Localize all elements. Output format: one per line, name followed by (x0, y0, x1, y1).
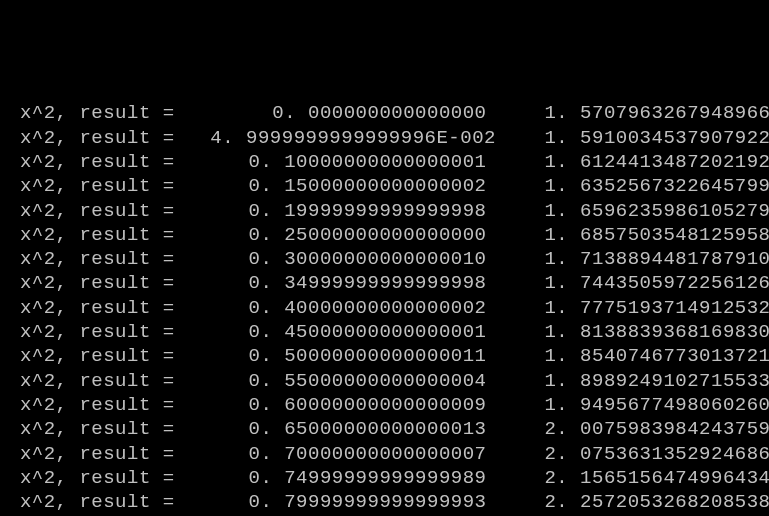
x-squared-value: 0. 19999999999999998 (187, 199, 487, 223)
output-row: x^2, result = 0. 550000000000000041. 898… (8, 369, 761, 393)
x-squared-value: 0. 34999999999999998 (187, 271, 487, 295)
result-value: 1. 6596235986105279 (491, 199, 769, 223)
result-value: 1. 7775193714912532 (491, 296, 769, 320)
row-label: x^2, result = (8, 223, 187, 247)
output-row: x^2, result = 0. 199999999999999981. 659… (8, 199, 761, 223)
result-value: 1. 9495677498060260 (491, 393, 769, 417)
x-squared-value: 0. 60000000000000009 (187, 393, 487, 417)
row-label: x^2, result = (8, 126, 187, 150)
output-row: x^2, result = 0. 300000000000000101. 713… (8, 247, 761, 271)
x-squared-value: 4. 9999999999999996E-002 (187, 126, 487, 150)
result-value: 1. 5910034537907922 (491, 126, 769, 150)
x-squared-value: 0. 40000000000000002 (187, 296, 487, 320)
output-row: x^2, result = 4. 9999999999999996E-0021.… (8, 126, 761, 150)
output-row: x^2, result = 0. 400000000000000021. 777… (8, 296, 761, 320)
x-squared-value: 0. 50000000000000011 (187, 344, 487, 368)
row-label: x^2, result = (8, 174, 187, 198)
result-value: 1. 6857503548125958 (491, 223, 769, 247)
result-value: 1. 8989249102715533 (491, 369, 769, 393)
output-row: x^2, result = 0. 799999999999999932. 257… (8, 490, 761, 514)
output-row: x^2, result = 0. 749999999999999892. 156… (8, 466, 761, 490)
row-label: x^2, result = (8, 344, 187, 368)
result-value: 1. 7138894481787910 (491, 247, 769, 271)
output-row: x^2, result = 0. 0000000000000001. 57079… (8, 101, 761, 125)
row-label: x^2, result = (8, 271, 187, 295)
x-squared-value: 0. 30000000000000010 (187, 247, 487, 271)
result-value: 1. 8138839368169830 (491, 320, 769, 344)
row-label: x^2, result = (8, 466, 187, 490)
row-label: x^2, result = (8, 417, 187, 441)
output-row: x^2, result = 0. 500000000000000111. 854… (8, 344, 761, 368)
row-label: x^2, result = (8, 369, 187, 393)
result-value: 2. 1565156474996434 (491, 466, 769, 490)
result-value: 1. 8540746773013721 (491, 344, 769, 368)
row-label: x^2, result = (8, 247, 187, 271)
result-value: 1. 6352567322645799 (491, 174, 769, 198)
x-squared-value: 0. 15000000000000002 (187, 174, 487, 198)
output-row: x^2, result = 0. 250000000000000001. 685… (8, 223, 761, 247)
result-value: 2. 0075983984243759 (491, 417, 769, 441)
terminal-output: x^2, result = 0. 0000000000000001. 57079… (8, 101, 761, 516)
x-squared-value: 0. 70000000000000007 (187, 442, 487, 466)
x-squared-value: 0. 25000000000000000 (187, 223, 487, 247)
x-squared-value: 0. 65000000000000013 (187, 417, 487, 441)
row-label: x^2, result = (8, 150, 187, 174)
x-squared-value: 0. 74999999999999989 (187, 466, 487, 490)
output-row: x^2, result = 0. 150000000000000021. 635… (8, 174, 761, 198)
result-value: 2. 2572053268208538 (491, 490, 769, 514)
row-label: x^2, result = (8, 393, 187, 417)
row-label: x^2, result = (8, 101, 187, 125)
output-row: x^2, result = 0. 349999999999999981. 744… (8, 271, 761, 295)
x-squared-value: 0. 000000000000000 (187, 101, 487, 125)
result-value: 1. 6124413487202192 (491, 150, 769, 174)
row-label: x^2, result = (8, 199, 187, 223)
row-label: x^2, result = (8, 442, 187, 466)
row-label: x^2, result = (8, 320, 187, 344)
result-value: 1. 5707963267948966 (491, 101, 769, 125)
output-row: x^2, result = 0. 600000000000000091. 949… (8, 393, 761, 417)
x-squared-value: 0. 45000000000000001 (187, 320, 487, 344)
output-row: x^2, result = 0. 700000000000000072. 075… (8, 442, 761, 466)
row-label: x^2, result = (8, 490, 187, 514)
row-label: x^2, result = (8, 296, 187, 320)
x-squared-value: 0. 55000000000000004 (187, 369, 487, 393)
result-value: 1. 7443505972256126 (491, 271, 769, 295)
x-squared-value: 0. 10000000000000001 (187, 150, 487, 174)
output-row: x^2, result = 0. 100000000000000011. 612… (8, 150, 761, 174)
output-row: x^2, result = 0. 650000000000000132. 007… (8, 417, 761, 441)
output-row: x^2, result = 0. 450000000000000011. 813… (8, 320, 761, 344)
result-value: 2. 0753631352924686 (491, 442, 769, 466)
x-squared-value: 0. 79999999999999993 (187, 490, 487, 514)
